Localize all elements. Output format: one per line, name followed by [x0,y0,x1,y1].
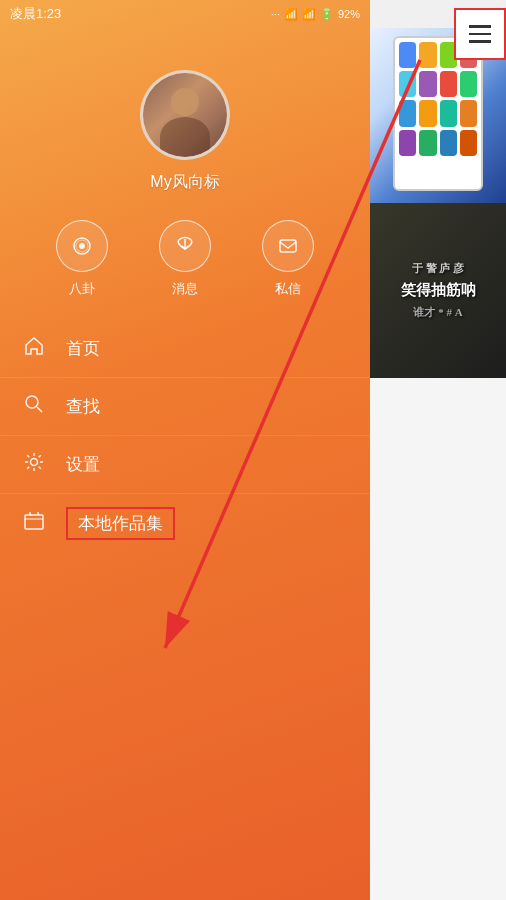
app-icon [440,100,457,126]
menu-line-3 [469,40,491,43]
status-icons: ··· 📶 📶 🔋 92% [271,8,360,21]
svg-point-1 [79,243,85,249]
nav-item-local[interactable]: 本地作品集 [0,494,370,552]
status-time: 凌晨1:23 [10,5,61,23]
battery-percent: 92% [338,8,360,20]
home-icon [20,335,48,362]
signal-icon: 📶 [302,8,316,21]
nav-menu: 首页 查找 设置 本地作品集 [0,320,370,552]
quick-action-private[interactable]: 私信 [262,220,314,298]
local-icon [20,510,48,537]
right-bottom [370,378,506,900]
settings-icon [20,451,48,478]
gossip-icon [56,220,108,272]
avatar-image [143,73,227,157]
svg-point-4 [26,396,38,408]
svg-rect-7 [25,515,43,529]
quick-actions: 八卦 消息 私信 [0,220,370,298]
local-label: 本地作品集 [66,507,175,540]
gossip-label: 八卦 [69,280,95,298]
app-icon [419,42,436,68]
settings-label: 设置 [66,453,100,476]
menu-line-2 [469,33,491,36]
private-label: 私信 [275,280,301,298]
app-icon [399,130,416,156]
search-icon [20,393,48,420]
app-icon [399,100,416,126]
private-icon [262,220,314,272]
quick-action-messages[interactable]: 消息 [159,220,211,298]
app-icon [460,130,477,156]
username[interactable]: My风向标 [150,172,219,193]
svg-line-5 [37,407,42,412]
svg-point-6 [31,459,38,466]
messages-icon [159,220,211,272]
app-icon [440,71,457,97]
right-image-2: 于 警 庐 彦 笑得抽筋呐 谁才 * # A [370,203,506,378]
svg-rect-3 [280,240,296,252]
menu-button[interactable] [454,8,506,60]
image2-overlay-text: 于 警 庐 彦 笑得抽筋呐 谁才 * # A [401,261,476,321]
app-icon [419,130,436,156]
wifi-icon: 📶 [284,8,298,21]
app-icon [440,130,457,156]
battery-icon: 🔋 [320,8,334,21]
quick-action-gossip[interactable]: 八卦 [56,220,108,298]
status-bar: 凌晨1:23 ··· 📶 📶 🔋 92% [0,0,370,28]
nav-item-search[interactable]: 查找 [0,378,370,436]
dots-icon: ··· [271,8,280,20]
app-icon [460,100,477,126]
avatar[interactable] [140,70,230,160]
app-icon [399,42,416,68]
messages-label: 消息 [172,280,198,298]
nav-item-settings[interactable]: 设置 [0,436,370,494]
app-icon [419,71,436,97]
app-icon [460,71,477,97]
app-icon [419,100,436,126]
app-icon [399,71,416,97]
nav-item-home[interactable]: 首页 [0,320,370,378]
menu-line-1 [469,25,491,28]
search-label: 查找 [66,395,100,418]
avatar-area: My风向标 [0,50,370,193]
home-label: 首页 [66,337,100,360]
